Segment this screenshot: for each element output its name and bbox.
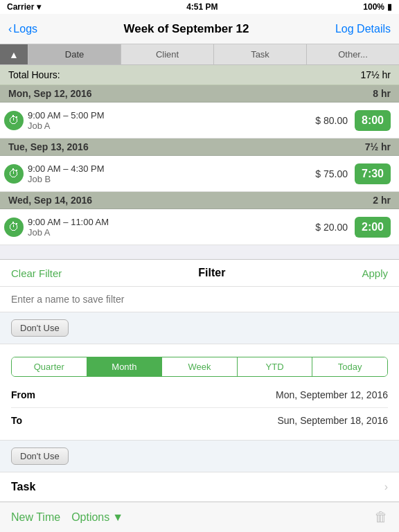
- col-other[interactable]: Other...: [306, 44, 399, 64]
- nav-title: Week of September 12: [123, 22, 249, 36]
- from-label: From: [11, 389, 35, 400]
- days-container: Mon, Sep 12, 20168 hr ⏱ 9:00 AM – 5:00 P…: [0, 85, 399, 245]
- clock-icon: ⏱: [4, 111, 24, 130]
- period-quarter[interactable]: Quarter: [12, 357, 87, 376]
- day-date: Tue, Sep 13, 2016: [8, 141, 89, 152]
- day-header-1: Tue, Sep 13, 20167½ hr: [0, 139, 399, 156]
- day-header-2: Wed, Sep 14, 20162 hr: [0, 192, 399, 209]
- entry-details: 9:00 AM – 4:30 PM Job B: [28, 159, 315, 188]
- entry-icon: ⏱: [0, 218, 28, 237]
- status-bar: Carrier ▾ 4:51 PM 100% ▮: [0, 0, 399, 14]
- total-hours-row: Total Hours: 17½ hr: [0, 65, 399, 85]
- filter-title: Filter: [198, 267, 225, 279]
- period-month[interactable]: Month: [87, 357, 163, 376]
- entry-badge: 2:00: [355, 217, 391, 238]
- total-hours-label: Total Hours:: [8, 69, 60, 80]
- filter-panel: Clear Filter Filter Apply Don't Use Quar…: [0, 259, 399, 532]
- task-chevron-icon: ›: [384, 481, 388, 493]
- entry-icon: ⏱: [0, 164, 28, 184]
- column-headers: ▲ Date Client Task Other...: [0, 44, 399, 65]
- sort-arrow-button[interactable]: ▲: [0, 44, 28, 64]
- day-date: Wed, Sep 14, 2016: [8, 195, 92, 206]
- filter-section-1: Don't Use: [0, 312, 399, 344]
- entry-icon: ⏱: [0, 111, 28, 130]
- filter-section-2: Don't Use: [0, 441, 399, 472]
- to-row: To Sun, September 18, 2016: [11, 408, 388, 433]
- entry-amount: $ 20.00: [315, 222, 348, 233]
- battery-label: 100%: [363, 2, 384, 12]
- dont-use-button-1[interactable]: Don't Use: [11, 319, 69, 337]
- new-time-button[interactable]: New Time: [11, 511, 60, 524]
- spacer: [0, 245, 399, 259]
- time-entry-1-0[interactable]: ⏱ 9:00 AM – 4:30 PM Job B $ 75.00 7:30: [0, 156, 399, 192]
- entry-job: Job B: [28, 174, 315, 184]
- date-filter-section: Quarter Month Week YTD Today From Mon, S…: [0, 344, 399, 441]
- period-segment: Quarter Month Week YTD Today: [11, 357, 388, 377]
- entry-job: Job A: [28, 227, 315, 238]
- day-header-0: Mon, Sep 12, 20168 hr: [0, 85, 399, 103]
- entry-details: 9:00 AM – 11:00 AM Job A: [28, 213, 315, 242]
- from-value: Mon, September 12, 2016: [276, 389, 388, 400]
- battery-icon: ▮: [387, 2, 392, 12]
- day-hours: 7½ hr: [365, 141, 391, 152]
- period-week[interactable]: Week: [162, 357, 238, 376]
- options-button[interactable]: Options: [71, 511, 109, 524]
- entry-job: Job A: [28, 121, 315, 131]
- to-value: Sun, September 18, 2016: [277, 415, 388, 426]
- filter-toggle-icon[interactable]: ▼: [112, 511, 123, 524]
- carrier-label: Carrier: [7, 2, 34, 12]
- day-hours: 2 hr: [373, 195, 391, 206]
- apply-filter-button[interactable]: Apply: [362, 267, 388, 279]
- period-today[interactable]: Today: [312, 357, 387, 376]
- filter-header: Clear Filter Filter Apply: [0, 260, 399, 287]
- entry-badge: 8:00: [355, 110, 391, 131]
- back-chevron-icon: ‹: [8, 23, 12, 35]
- clock: 4:51 PM: [186, 2, 218, 12]
- entry-details: 9:00 AM – 5:00 PM Job A: [28, 106, 315, 135]
- col-client[interactable]: Client: [121, 44, 213, 64]
- nav-back-button[interactable]: ‹ Logs: [8, 23, 37, 35]
- nav-right-button[interactable]: Log Details: [335, 23, 391, 35]
- clock-icon: ⏱: [4, 164, 24, 184]
- nav-bar: ‹ Logs Week of September 12 Log Details: [0, 14, 399, 44]
- task-label: Task: [11, 481, 35, 493]
- day-date: Mon, Sep 12, 2016: [8, 88, 92, 99]
- clear-filter-button[interactable]: Clear Filter: [11, 267, 62, 279]
- time-entry-2-0[interactable]: ⏱ 9:00 AM – 11:00 AM Job A $ 20.00 2:00: [0, 209, 399, 245]
- entry-time: 9:00 AM – 4:30 PM: [28, 163, 315, 174]
- column-segment: Date Client Task Other...: [28, 44, 399, 64]
- entry-time: 9:00 AM – 5:00 PM: [28, 110, 315, 121]
- entry-time: 9:00 AM – 11:00 AM: [28, 217, 315, 227]
- clock-icon: ⏱: [4, 218, 24, 237]
- dont-use-button-2[interactable]: Don't Use: [11, 447, 69, 465]
- status-left: Carrier ▾: [7, 2, 41, 12]
- from-row: From Mon, September 12, 2016: [11, 382, 388, 408]
- entry-amount: $ 75.00: [315, 168, 348, 179]
- col-task[interactable]: Task: [213, 44, 306, 64]
- entry-amount: $ 80.00: [315, 115, 348, 126]
- arrow-up-icon: ▲: [9, 49, 19, 60]
- status-right: 100% ▮: [363, 2, 392, 12]
- filter-name-input[interactable]: [0, 287, 399, 312]
- total-hours-value: 17½ hr: [360, 69, 391, 80]
- day-hours: 8 hr: [373, 88, 391, 99]
- bottom-toolbar: New Time Options ▼ 🗑: [0, 502, 399, 532]
- trash-icon[interactable]: 🗑: [374, 509, 388, 525]
- task-row[interactable]: Task ›: [0, 472, 399, 502]
- back-label: Logs: [13, 23, 37, 35]
- entry-badge: 7:30: [355, 163, 391, 184]
- period-ytd[interactable]: YTD: [238, 357, 313, 376]
- col-date[interactable]: Date: [28, 44, 121, 64]
- wifi-icon: ▾: [37, 2, 41, 12]
- to-label: To: [11, 415, 22, 426]
- time-entry-0-0[interactable]: ⏱ 9:00 AM – 5:00 PM Job A $ 80.00 8:00: [0, 103, 399, 139]
